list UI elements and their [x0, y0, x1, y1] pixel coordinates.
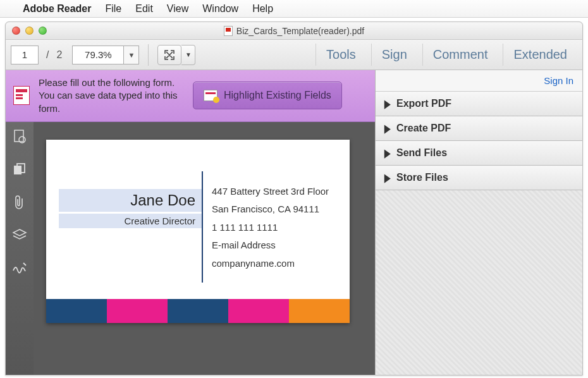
accordion-export-pdf[interactable]: ▶ Export PDF: [376, 92, 582, 116]
form-banner-message: Please fill out the following form. You …: [39, 76, 184, 115]
document-area: Jane Doe Creative Director 447 Battery S…: [6, 122, 375, 375]
accordion-label: Create PDF: [396, 123, 451, 134]
pdf-file-icon: [224, 26, 233, 36]
tab-comment[interactable]: Comment: [422, 44, 498, 66]
form-banner: Please fill out the following form. You …: [6, 70, 375, 122]
right-panel-empty: [376, 190, 582, 375]
form-document-icon: [13, 86, 30, 105]
menu-file[interactable]: File: [105, 3, 121, 15]
menu-view[interactable]: View: [167, 3, 188, 15]
page-separator: /: [44, 49, 51, 61]
card-divider: [202, 171, 203, 283]
page-number-input[interactable]: 1: [11, 46, 39, 64]
accordion-send-files[interactable]: ▶ Send Files: [376, 141, 582, 166]
window-controls: [12, 27, 47, 35]
disclosure-triangle-icon: ▶: [384, 171, 390, 184]
signature-icon[interactable]: [11, 260, 28, 276]
accordion-label: Store Files: [396, 172, 448, 183]
layers-icon[interactable]: [11, 227, 28, 243]
card-address1-field[interactable]: 447 Battery Street 3rd Floor: [212, 183, 329, 201]
disclosure-triangle-icon: ▶: [384, 147, 390, 159]
nav-strip: [6, 122, 34, 375]
highlight-fields-button[interactable]: Highlight Existing Fields: [193, 82, 342, 109]
page-thumbnails-icon[interactable]: [11, 128, 28, 145]
card-website-field[interactable]: companyname.com: [212, 255, 329, 273]
app-name[interactable]: Adobe Reader: [23, 3, 91, 15]
zoom-window-button[interactable]: [39, 27, 47, 35]
close-window-button[interactable]: [12, 27, 20, 35]
card-role-field[interactable]: Creative Director: [59, 214, 202, 228]
document-title-text: Biz_Cards_Template(reader).pdf: [236, 26, 364, 36]
sign-in-link[interactable]: Sign In: [376, 70, 582, 92]
tab-sign[interactable]: Sign: [371, 44, 417, 66]
highlight-fields-icon: [204, 90, 217, 101]
page-total: 2: [56, 49, 67, 61]
app-window: Biz_Cards_Template(reader).pdf 1 / 2 79.…: [5, 21, 583, 375]
card-address2-field[interactable]: San Francisco, CA 94111: [212, 200, 329, 219]
toolbar: 1 / 2 79.3% ▼ ▼ Tools Sign Comment Exten…: [6, 40, 582, 70]
accordion-label: Send Files: [396, 147, 447, 159]
disclosure-triangle-icon: ▶: [384, 122, 390, 135]
business-card: Jane Doe Creative Director 447 Battery S…: [46, 140, 350, 323]
zoom-level-input[interactable]: 79.3%: [72, 46, 124, 64]
accordion-label: Export PDF: [396, 98, 451, 109]
menu-edit[interactable]: Edit: [135, 3, 153, 15]
menu-window[interactable]: Window: [202, 3, 238, 15]
document-title: Biz_Cards_Template(reader).pdf: [6, 26, 582, 36]
titlebar: Biz_Cards_Template(reader).pdf: [6, 22, 582, 40]
minimize-window-button[interactable]: [25, 27, 34, 35]
tab-extended[interactable]: Extended: [503, 44, 577, 66]
accordion-store-files[interactable]: ▶ Store Files: [376, 166, 582, 190]
document-scroll[interactable]: Jane Doe Creative Director 447 Battery S…: [34, 122, 375, 375]
card-name-field[interactable]: Jane Doe: [59, 189, 202, 212]
tab-tools[interactable]: Tools: [315, 44, 366, 66]
attachments-icon[interactable]: [11, 194, 28, 210]
highlight-fields-label: Highlight Existing Fields: [224, 90, 331, 101]
accordion-create-pdf[interactable]: ▶ Create PDF: [376, 116, 582, 141]
right-panel: Sign In ▶ Export PDF ▶ Create PDF ▶ Send…: [375, 70, 582, 375]
fit-screen-dropdown[interactable]: ▼: [181, 45, 195, 65]
left-column: Please fill out the following form. You …: [6, 70, 375, 375]
expand-arrows-icon: [164, 49, 175, 61]
mac-menubar: Adobe Reader File Edit View Window Help: [0, 0, 588, 18]
toolbar-divider: [148, 44, 149, 66]
menu-help[interactable]: Help: [252, 3, 273, 15]
zoom-dropdown-button[interactable]: ▼: [124, 46, 139, 64]
fit-screen-button[interactable]: [157, 45, 181, 65]
card-color-stripes: [46, 299, 350, 323]
card-email-field[interactable]: E-mail Address: [212, 236, 329, 255]
card-phone-field[interactable]: 1 111 111 1111: [212, 219, 329, 237]
copies-icon[interactable]: [11, 161, 28, 178]
disclosure-triangle-icon: ▶: [384, 97, 390, 110]
body: Please fill out the following form. You …: [6, 70, 582, 375]
